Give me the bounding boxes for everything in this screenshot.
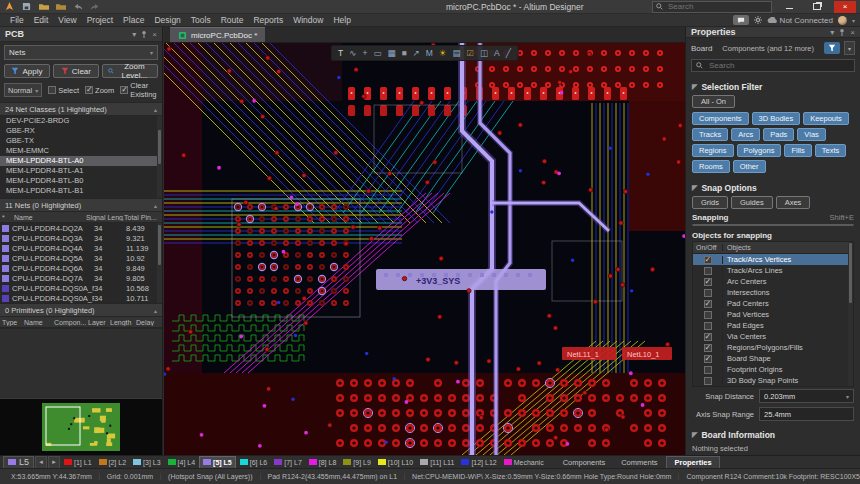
- filter-fills-button[interactable]: Fills: [784, 144, 811, 157]
- snapping-object-row[interactable]: Board Shape: [693, 353, 853, 364]
- checkbox[interactable]: [704, 278, 712, 286]
- net-class-item[interactable]: MEM-LPDDR4-BTL-A0: [0, 156, 162, 166]
- snapping-object-row[interactable]: Pad Vertices: [693, 309, 853, 320]
- checkbox[interactable]: [704, 355, 712, 363]
- folder-icon[interactable]: [55, 2, 66, 12]
- net-item[interactable]: CPU-LPDDR4-DQ3A349.321: [0, 233, 162, 243]
- option-zoom[interactable]: Zoom: [85, 86, 114, 95]
- snapping-object-row[interactable]: Footprint Origins: [693, 364, 853, 375]
- heads-up-display-icon[interactable]: T: [338, 46, 343, 60]
- menu-item-view[interactable]: View: [53, 15, 81, 25]
- nets-header[interactable]: 11 Nets (0 Highlighted)▴: [0, 198, 162, 212]
- net-class-item[interactable]: MEM-EMMC: [0, 146, 162, 156]
- pcb-editor-canvas[interactable]: +3V3_SYSNetL11_1NetL10_1 T∿+▭▦■↗M☀▤☑◫A╱: [164, 43, 685, 455]
- net-class-item[interactable]: MEM-LPDDR4-BTL-B1: [0, 186, 162, 196]
- lasso-select-icon[interactable]: ∿: [349, 46, 356, 60]
- column-header[interactable]: Signal Leng...: [86, 214, 124, 221]
- measure-icon[interactable]: M: [426, 46, 433, 60]
- net-item[interactable]: CPU-LPDDR4-DQ5A3410.92: [0, 253, 162, 263]
- layer-scroll-left-icon[interactable]: ◂: [35, 456, 47, 469]
- filter-keepouts-button[interactable]: Keepouts: [803, 112, 849, 125]
- layer-tab-2l2[interactable]: [2] L2: [96, 457, 130, 468]
- net-item[interactable]: CPU-LPDDR4-DQS0A_P3410.711: [0, 293, 162, 303]
- net-class-item[interactable]: MEM-LPDDR4-BTL-B0: [0, 176, 162, 186]
- layer-scroll-right-icon[interactable]: ▸: [48, 456, 60, 469]
- column-header[interactable]: Total Pin...: [124, 214, 158, 221]
- panel-pin-icon[interactable]: [839, 29, 845, 36]
- move-icon[interactable]: +: [362, 46, 367, 60]
- snapping-object-row[interactable]: Track/Arcs Vertices: [693, 254, 853, 265]
- menu-item-reports[interactable]: Reports: [248, 15, 288, 25]
- global-search-box[interactable]: [652, 1, 772, 13]
- board-information-section[interactable]: ◤Board Information: [686, 427, 860, 442]
- column-header[interactable]: Name: [14, 214, 86, 221]
- close-button[interactable]: ×: [834, 1, 856, 13]
- panel-close-icon[interactable]: ×: [850, 28, 855, 37]
- checkbox[interactable]: [704, 311, 712, 319]
- primitives-header[interactable]: 0 Primitives (0 Highlighted)▴: [0, 303, 162, 317]
- snapping-object-row[interactable]: Regions/Polygons/Fills: [693, 342, 853, 353]
- checkbox[interactable]: [704, 256, 712, 264]
- rectangle-select-icon[interactable]: ▭: [373, 46, 381, 60]
- menu-item-tools[interactable]: Tools: [186, 15, 216, 25]
- fill-icon[interactable]: ■: [401, 46, 406, 60]
- redo-icon[interactable]: [89, 2, 100, 12]
- line-icon[interactable]: ╱: [506, 46, 511, 60]
- net-class-item[interactable]: GBE-TX: [0, 136, 162, 146]
- snap-distance-input[interactable]: 0.203mm▾: [759, 389, 854, 403]
- menu-item-window[interactable]: Window: [288, 15, 328, 25]
- net-item[interactable]: CPU-LPDDR4-DQ2A348.439: [0, 223, 162, 233]
- minimize-button[interactable]: [778, 1, 800, 13]
- filter-vias-button[interactable]: Vias: [797, 128, 825, 141]
- net-class-item[interactable]: GBE-RX: [0, 126, 162, 136]
- checkbox[interactable]: [704, 289, 712, 297]
- open-folder-icon[interactable]: [38, 2, 49, 12]
- layer-tab-6l6[interactable]: [6] L6: [237, 457, 271, 468]
- board-minimap[interactable]: [0, 398, 162, 455]
- filter-3d-bodies-button[interactable]: 3D Bodies: [752, 112, 801, 125]
- all-on-button[interactable]: All - On: [692, 95, 735, 108]
- option-select[interactable]: Select: [48, 86, 79, 95]
- snap-options-section[interactable]: ◤Snap Options: [686, 180, 860, 195]
- checkbox[interactable]: [704, 333, 712, 341]
- panel-tab-properties[interactable]: Properties: [666, 456, 719, 469]
- report-icon[interactable]: ◫: [480, 46, 488, 60]
- panel-pin-icon[interactable]: [141, 31, 147, 38]
- zoom-level-button[interactable]: Zoom Level...: [102, 64, 158, 78]
- filter-rooms-button[interactable]: Rooms: [692, 160, 730, 173]
- menu-item-design[interactable]: Design: [149, 15, 185, 25]
- interactive-route-icon[interactable]: ↗: [413, 46, 420, 60]
- search-input[interactable]: [666, 1, 760, 12]
- text-icon[interactable]: A: [494, 46, 500, 60]
- column-header[interactable]: Type: [2, 319, 24, 326]
- column-header[interactable]: Compon...: [54, 319, 88, 326]
- highlight-mode-dropdown[interactable]: Normal▾: [4, 83, 42, 97]
- undo-icon[interactable]: [72, 2, 83, 12]
- filter-dropdown-icon[interactable]: ▾: [844, 41, 855, 55]
- layer-tab-3l3[interactable]: [3] L3: [130, 457, 164, 468]
- selection-filter-button[interactable]: [824, 42, 840, 54]
- current-layer-chip[interactable]: L5: [3, 456, 34, 469]
- properties-search-input[interactable]: [707, 60, 841, 71]
- menu-item-help[interactable]: Help: [328, 15, 355, 25]
- filter-texts-button[interactable]: Texts: [815, 144, 847, 157]
- snapping-object-row[interactable]: Pad Centers: [693, 298, 853, 309]
- net-item[interactable]: CPU-LPDDR4-DQS0A_N3410.568: [0, 283, 162, 293]
- checkbox[interactable]: [48, 86, 56, 94]
- axis-snap-range-input[interactable]: 25.4mm: [759, 407, 854, 421]
- layer-tab-1l1[interactable]: [1] L1: [61, 457, 95, 468]
- column-header[interactable]: Name: [24, 319, 54, 326]
- snapping-object-row[interactable]: 3D Body Snap Points: [693, 375, 853, 386]
- document-tab[interactable]: microPC.PcbDoc *: [170, 27, 265, 42]
- filter-arcs-button[interactable]: Arcs: [731, 128, 760, 141]
- selection-filter-section[interactable]: ◤Selection Filter: [686, 79, 860, 94]
- menu-item-place[interactable]: Place: [118, 15, 149, 25]
- checkbox[interactable]: [704, 322, 712, 330]
- net-classes-header[interactable]: 24 Net Classes (1 Highlighted)▴: [0, 102, 162, 116]
- filter-tracks-button[interactable]: Tracks: [692, 128, 728, 141]
- checkbox[interactable]: [704, 366, 712, 374]
- cloud-connection-icon[interactable]: Not Connected: [767, 15, 833, 25]
- snapping-object-row[interactable]: Via Centers: [693, 331, 853, 342]
- user-avatar[interactable]: [838, 16, 847, 25]
- checkbox[interactable]: [704, 344, 712, 352]
